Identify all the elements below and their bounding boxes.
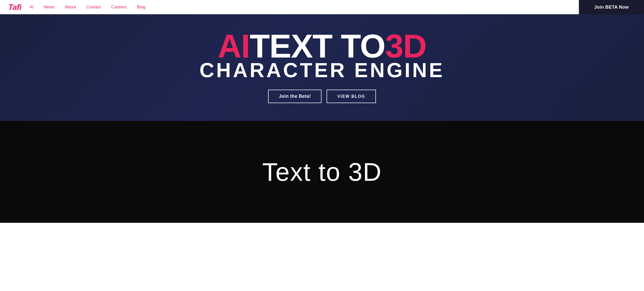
join-beta-nav-button[interactable]: Join BETA Now [579,0,644,14]
nav-link-blog[interactable]: Blog [137,5,145,10]
hero-text-to: TEXT TO [250,30,385,63]
hero-title-line1: AI TEXT TO 3D [218,30,427,63]
logo[interactable]: Tafi [8,3,21,12]
nav-links: AI News About Contact Careers Blog [30,5,579,10]
text-to-3d-heading: Text to 3D [262,157,382,187]
hero-section: AI TEXT TO 3D CHARACTER ENGINE Join the … [0,14,644,121]
hero-ai-text: AI [218,30,250,63]
nav-link-ai[interactable]: AI [30,5,34,10]
hero-3d-text: 3D [385,30,426,63]
nav-link-contact[interactable]: Contact [86,5,101,10]
hero-buttons: Join the Beta! VIEW BLOG [268,90,376,103]
navbar: Tafi AI News About Contact Careers Blog … [0,0,644,14]
join-beta-hero-button[interactable]: Join the Beta! [268,90,321,103]
hero-subtitle: CHARACTER ENGINE [199,60,445,80]
navbar-cta: Join BETA Now [579,0,644,14]
section-dark: Text to 3D [0,121,644,223]
view-blog-button[interactable]: VIEW BLOG [327,90,376,103]
nav-link-about[interactable]: About [65,5,76,10]
logo-container[interactable]: Tafi [0,3,30,12]
nav-link-careers[interactable]: Careers [111,5,126,10]
nav-link-news[interactable]: News [44,5,55,10]
